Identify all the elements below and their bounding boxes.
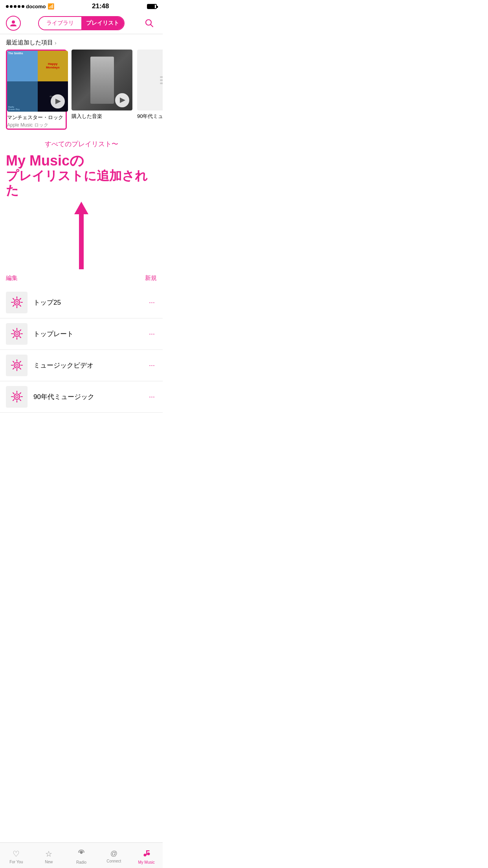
album-title-1: マンチェスター・ロック: [7, 114, 66, 121]
album-card-2[interactable]: 購入した音楽: [72, 50, 132, 130]
svg-point-29: [14, 362, 20, 368]
signal-dot-5: [22, 5, 24, 8]
svg-line-38: [13, 368, 14, 369]
arrow-up-container: [0, 202, 163, 269]
playlist-icon-box-2: [6, 323, 28, 345]
smiths-label: The Smiths: [8, 52, 23, 55]
gear-icon-4: [10, 390, 24, 404]
wifi-icon: 📶: [48, 3, 54, 9]
svg-point-10: [16, 301, 18, 303]
status-left: docomo 📶: [6, 3, 54, 9]
svg-line-35: [13, 362, 14, 363]
arrow-up-shaft: [79, 214, 84, 269]
svg-line-45: [13, 393, 14, 394]
search-button[interactable]: [142, 16, 157, 31]
svg-line-36: [20, 368, 21, 369]
signal-dot-4: [18, 5, 20, 8]
svg-line-25: [13, 330, 14, 331]
svg-point-0: [12, 20, 15, 24]
svg-rect-3: [160, 76, 163, 78]
time-display: 21:48: [92, 2, 109, 10]
signal-dot-2: [10, 5, 13, 8]
list-item[interactable]: トップ25 ···: [0, 287, 163, 318]
music-note-placeholder: [156, 68, 163, 92]
battery-area: [147, 4, 157, 9]
app-header: ライブラリ プレイリスト: [0, 13, 163, 34]
album-art-3: [137, 50, 163, 110]
svg-line-16: [20, 305, 21, 306]
playlist-name-2: トップレート: [33, 329, 141, 338]
music-note-svg: [156, 68, 163, 92]
carrier-label: docomo: [26, 4, 46, 9]
grid-q2: HappyMondays: [38, 51, 68, 81]
svg-line-2: [151, 25, 153, 27]
gear-icon-2: [10, 327, 24, 341]
annotation-area: My Musicの プレイリストに追加された: [0, 151, 163, 198]
svg-line-18: [13, 305, 14, 306]
edit-new-row: 編集 新規: [0, 271, 163, 285]
svg-point-30: [16, 364, 18, 366]
more-button-3[interactable]: ···: [147, 359, 157, 371]
svg-rect-5: [160, 83, 163, 84]
arrow-up-head: [74, 202, 88, 214]
user-icon: [9, 19, 17, 27]
grid-q1: The Smiths: [7, 51, 38, 81]
search-icon: [145, 19, 154, 28]
svg-line-46: [20, 399, 21, 401]
svg-point-9: [14, 300, 20, 305]
more-button-4[interactable]: ···: [147, 391, 157, 403]
avatar-button[interactable]: [6, 16, 21, 31]
album-card-3[interactable]: 90年代ミュージック: [137, 50, 163, 130]
signal-dot-1: [6, 5, 9, 8]
content-area: 最近追加した項目 › The Smiths HappyMondays B: [0, 34, 163, 440]
album-title-2: 購入した音楽: [72, 113, 132, 120]
play-button-2[interactable]: [115, 93, 129, 107]
signal-dot-3: [14, 5, 17, 8]
svg-line-47: [20, 393, 21, 394]
svg-line-27: [20, 330, 21, 331]
badly-label: BadlyDrawn Boy: [8, 106, 20, 110]
playlist-list: トップ25 ···: [0, 287, 163, 413]
signal-dots: [6, 5, 24, 8]
grid-q3: BadlyDrawn Boy: [7, 81, 38, 112]
more-button-1[interactable]: ···: [147, 296, 157, 309]
play-button-1[interactable]: [51, 94, 65, 108]
play-triangle-1: [55, 99, 61, 104]
edit-button[interactable]: 編集: [6, 274, 18, 282]
gear-icon-3: [10, 358, 24, 372]
list-item[interactable]: 90年代ミュージック ···: [0, 381, 163, 413]
annotation-line2: プレイリストに追加された: [6, 169, 157, 198]
playlist-icon-box-1: [6, 292, 28, 313]
svg-line-48: [13, 399, 14, 401]
playlist-icon-box-3: [6, 355, 28, 376]
album-card-1[interactable]: The Smiths HappyMondays BadlyDrawn Boy d…: [6, 50, 67, 130]
bw-figure: [90, 57, 114, 104]
status-bar: docomo 📶 21:48: [0, 0, 163, 13]
svg-line-28: [13, 337, 14, 338]
svg-line-15: [13, 299, 14, 300]
list-item[interactable]: ミュージックビデオ ···: [0, 350, 163, 381]
album-title-3: 90年代ミュージック: [137, 113, 163, 120]
album-scroll: The Smiths HappyMondays BadlyDrawn Boy d…: [0, 50, 163, 136]
album-subtitle-1: Apple Music ロック: [7, 122, 66, 129]
svg-point-20: [16, 333, 18, 335]
battery-fill: [148, 5, 155, 8]
recently-added-header[interactable]: 最近追加した項目 ›: [0, 34, 163, 50]
playlist-name-3: ミュージックビデオ: [33, 361, 141, 370]
all-playlists-banner: すべてのプレイリスト〜: [0, 136, 163, 151]
playlist-icon-box-4: [6, 386, 28, 408]
playlist-tab[interactable]: プレイリスト: [81, 17, 124, 29]
new-button[interactable]: 新規: [145, 274, 157, 282]
album-empty: [137, 50, 163, 110]
svg-point-40: [16, 395, 18, 398]
album-art-2: [72, 50, 132, 110]
more-button-2[interactable]: ···: [147, 328, 157, 340]
svg-line-37: [20, 362, 21, 363]
svg-line-26: [20, 337, 21, 338]
playlist-name-4: 90年代ミュージック: [33, 392, 141, 401]
recently-added-label: 最近追加した項目: [6, 39, 53, 46]
library-tab[interactable]: ライブラリ: [39, 17, 81, 29]
page-wrapper: docomo 📶 21:48 ライブラリ プレイリスト: [0, 0, 163, 440]
list-item[interactable]: トップレート ···: [0, 318, 163, 350]
svg-rect-4: [160, 79, 163, 81]
